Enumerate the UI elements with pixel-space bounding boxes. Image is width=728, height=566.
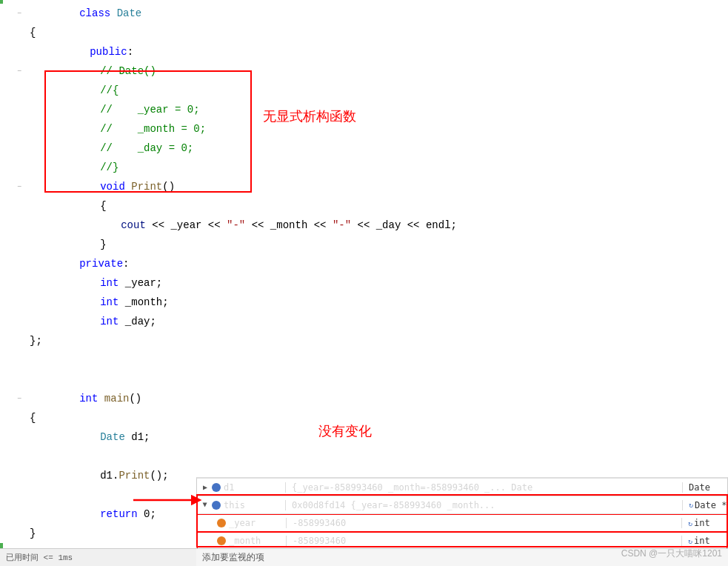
debug-type-d1: Date [683,482,727,493]
debug-value-year: -858993460 [287,518,682,528]
var-icon-month [217,536,226,545]
watermark: CSDN @一只大喵咪1201 [621,547,722,560]
status-bar: 已用时间 <= 1ms [0,548,196,566]
refresh-this-icon[interactable]: ↻ [689,501,693,509]
fold-icon-10[interactable]: − [17,183,21,191]
status-text: 已用时间 <= 1ms [6,552,73,563]
debug-type-month: ↻ int [682,536,727,546]
debug-row-this[interactable]: ▶ this 0x00d8fd14 {_year=-858993460 _mon… [197,496,727,514]
debug-type-this: ↻ Date * [683,500,727,510]
var-icon-d1 [212,483,221,492]
debug-value-month: -858993460 [287,536,682,546]
kw-class: class [79,7,110,19]
refresh-month-icon[interactable]: ↻ [688,537,692,545]
code-line-21: − int main() [0,389,728,408]
debug-col1-year: _year [198,518,287,528]
debug-value-d1: {_year=-858993460 _month=-858993460 _...… [286,482,683,493]
arrow-indicator [130,489,204,514]
var-name-year: _year [229,518,256,528]
class-name: Date [117,7,142,19]
debug-col1-d1: ▶ d1 [197,482,286,493]
debug-col1-month: _month [198,536,287,546]
fold-icon-1[interactable]: − [17,10,21,18]
var-icon-year [217,519,226,527]
annotation-no-change: 没有变化 [318,422,372,440]
gutter-1: − [0,10,26,18]
debug-row-year[interactable]: _year -858993460 ↻ int [197,514,727,532]
debug-type-year: ↻ int [682,518,727,528]
fold-icon-21[interactable]: − [17,395,21,403]
debug-value-this: 0x00d8fd14 {_year=-858993460 _month... [286,500,683,510]
var-name-month: _month [229,536,261,546]
add-watch-label: 添加要监视的项 [202,553,264,563]
var-icon-this [212,501,221,510]
debug-col1-this: ▶ this [197,500,286,510]
annotation-no-destructor: 无显式析构函数 [263,107,356,125]
debug-row-d1[interactable]: ▶ d1 {_year=-858993460 _month=-858993460… [197,479,727,496]
var-name-d1: d1 [224,482,234,493]
fold-icon-4[interactable]: − [17,67,21,76]
code-line-1: − class Date [0,4,728,23]
code-container: − class Date { public: − // Date() [0,0,728,547]
code-line-17: int _day; [0,312,728,331]
code-line-18: }; [0,331,728,350]
var-name-this: this [224,500,245,510]
code-line-19 [0,350,728,370]
refresh-year-icon[interactable]: ↻ [688,519,692,527]
editor-area: − class Date { public: − // Date() [0,0,728,566]
